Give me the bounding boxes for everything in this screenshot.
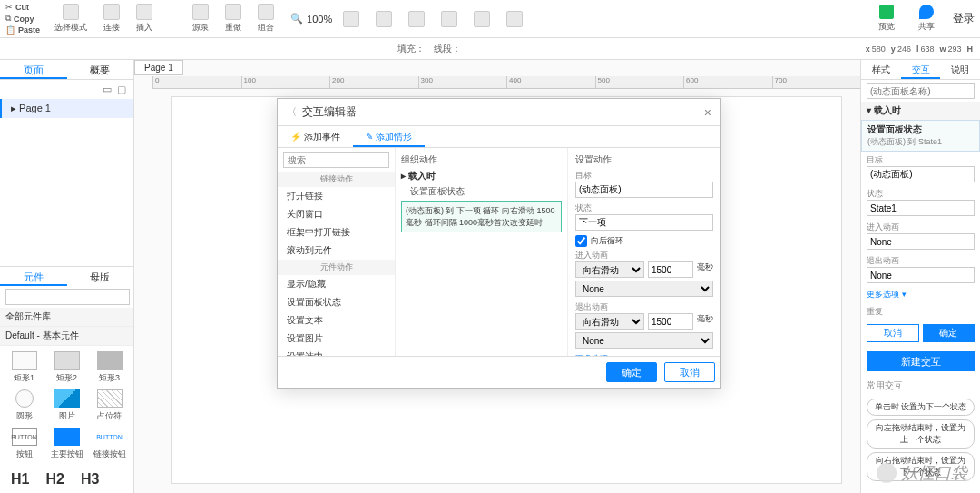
interaction-editor-modal: 〈 交互编辑器 × ⚡ 添加事件 ✎ 添加情形 链接动作 打开链接 关闭窗口 框… bbox=[277, 98, 721, 389]
modal-cancel-button[interactable]: 取消 bbox=[664, 362, 715, 382]
tab-interaction[interactable]: 交互 bbox=[901, 60, 941, 79]
tool-group[interactable]: 组合 bbox=[252, 4, 279, 34]
cfg-anim-in[interactable]: 向右滑动 bbox=[575, 261, 644, 278]
tool-select[interactable]: 选择模式 bbox=[49, 4, 93, 34]
copy-button[interactable]: ⧉ Copy bbox=[5, 14, 40, 24]
style-bar: 填充： 线段： x 580 y 246 l 638 w 293 H bbox=[0, 38, 980, 60]
widget-h2[interactable]: H2 bbox=[45, 471, 64, 488]
widget-rect1[interactable]: 矩形1 bbox=[5, 351, 43, 384]
add-page-icon[interactable]: ▭ bbox=[103, 84, 112, 95]
tab-style[interactable]: 样式 bbox=[861, 60, 901, 79]
cut-button[interactable]: ✂ Cut bbox=[5, 3, 40, 12]
action-summary[interactable]: (动态面板) 到 下一项 循环 向右滑动 1500毫秒 循环间隔 1000毫秒首… bbox=[401, 201, 562, 232]
ruler-horizontal: 0100200300400500600700 bbox=[152, 76, 860, 89]
widget-search[interactable] bbox=[5, 289, 130, 305]
widget-image[interactable]: 图片 bbox=[48, 389, 85, 422]
tool-e[interactable] bbox=[468, 11, 495, 27]
login-link[interactable]: 登录 bbox=[953, 11, 975, 26]
action-item[interactable]: 滚动到元件 bbox=[278, 242, 395, 260]
l-val[interactable]: 638 bbox=[920, 44, 934, 54]
cfg-anim-in2[interactable]: None bbox=[575, 281, 713, 297]
anim-out-input[interactable] bbox=[867, 267, 975, 283]
widget-primary-button[interactable]: 主要按钮 bbox=[48, 428, 85, 460]
library-sub[interactable]: Default - 基本元件 bbox=[0, 327, 133, 346]
new-interaction-button[interactable]: 新建交互 bbox=[867, 351, 975, 371]
share-button[interactable]: 共享 bbox=[913, 5, 940, 33]
modal-title: 交互编辑器 bbox=[302, 104, 704, 120]
preset-chip-2[interactable]: 向左拖动结束时，设置为上一个状态 bbox=[867, 419, 975, 449]
tool-c[interactable] bbox=[403, 11, 430, 27]
tool-insert[interactable]: 插入 bbox=[131, 4, 158, 34]
cfg-state[interactable] bbox=[575, 214, 713, 231]
modal-back-icon[interactable]: 〈 bbox=[287, 105, 297, 119]
event-header[interactable]: ▾ 载入时 bbox=[861, 102, 980, 120]
anim-in-input[interactable] bbox=[867, 233, 975, 250]
modal-tab-add-event[interactable]: ⚡ 添加事件 bbox=[278, 126, 353, 147]
fill-label: 填充： bbox=[397, 43, 425, 55]
tool-a[interactable] bbox=[338, 11, 365, 27]
cfg-anim-out2[interactable]: None bbox=[575, 332, 713, 349]
tab-masters[interactable]: 母版 bbox=[67, 267, 134, 286]
cfg-loop-chk[interactable] bbox=[575, 235, 587, 247]
cfg-anim-in-ms[interactable] bbox=[648, 261, 693, 278]
modal-close-icon[interactable]: × bbox=[704, 105, 711, 120]
tool-connect[interactable]: 连接 bbox=[98, 4, 125, 34]
panel-ok-button[interactable]: 确定 bbox=[923, 324, 975, 342]
watermark: 妖怪口袋 bbox=[877, 462, 967, 484]
target-input[interactable] bbox=[867, 166, 975, 182]
y-val[interactable]: 246 bbox=[897, 44, 911, 54]
right-panel: 样式 交互 说明 ▾ 载入时 设置面板状态(动态面板) 到 State1 目标 … bbox=[860, 60, 980, 493]
widget-button[interactable]: BUTTON按钮 bbox=[5, 428, 43, 460]
widget-rect2[interactable]: 矩形2 bbox=[48, 351, 85, 384]
widget-circle[interactable]: 圆形 bbox=[5, 389, 43, 422]
widget-rect3[interactable]: 矩形3 bbox=[91, 351, 128, 384]
preview-button[interactable]: 预览 bbox=[873, 5, 900, 33]
tab-pages[interactable]: 页面 bbox=[0, 60, 67, 79]
preset-chip-1[interactable]: 单击时 设置为下一个状态 bbox=[867, 399, 975, 416]
cfg-target[interactable] bbox=[575, 182, 713, 198]
canvas-tab[interactable]: Page 1 bbox=[134, 60, 183, 75]
add-folder-icon[interactable]: ▢ bbox=[117, 84, 126, 95]
action-node[interactable]: 设置面板状态 bbox=[401, 185, 562, 198]
tab-widgets[interactable]: 元件 bbox=[0, 267, 67, 286]
action-search[interactable] bbox=[283, 152, 389, 168]
zoom-control[interactable]: 🔍 100% bbox=[290, 13, 332, 25]
tool-undo[interactable]: 源泉 bbox=[187, 4, 214, 34]
tool-f[interactable] bbox=[501, 11, 528, 27]
action-item[interactable]: 关闭窗口 bbox=[278, 205, 395, 223]
widget-h3[interactable]: H3 bbox=[81, 471, 99, 488]
action-item[interactable]: 显示/隐藏 bbox=[278, 275, 395, 293]
library-name[interactable]: 全部元件库 bbox=[0, 308, 133, 327]
action-item[interactable]: 设置文本 bbox=[278, 311, 395, 330]
event-node[interactable]: ▸ 载入时 bbox=[401, 170, 562, 182]
modal-tab-add-case[interactable]: ✎ 添加情形 bbox=[353, 126, 425, 147]
more-options[interactable]: 更多选项 ▾ bbox=[861, 286, 980, 303]
action-item[interactable]: 设置图片 bbox=[278, 330, 395, 348]
cfg-anim-out-ms[interactable] bbox=[648, 313, 693, 330]
paste-button[interactable]: 📋 Paste bbox=[5, 25, 40, 35]
widget-h1[interactable]: H1 bbox=[11, 471, 29, 488]
action-item[interactable]: 打开链接 bbox=[278, 187, 395, 205]
page-item[interactable]: ▸ Page 1 bbox=[0, 99, 133, 118]
tool-redo[interactable]: 重做 bbox=[220, 4, 247, 34]
watermark-icon bbox=[877, 463, 897, 483]
w-val[interactable]: 293 bbox=[947, 44, 961, 54]
modal-ok-button[interactable]: 确定 bbox=[606, 362, 657, 382]
element-name-input[interactable] bbox=[867, 83, 975, 99]
state-input[interactable] bbox=[867, 200, 975, 216]
action-list: 链接动作 打开链接 关闭窗口 框架中打开链接 滚动到元件 元件动作 显示/隐藏 … bbox=[278, 148, 396, 356]
cfg-anim-out[interactable]: 向右滑动 bbox=[575, 313, 644, 330]
tool-b[interactable] bbox=[370, 11, 397, 27]
action-title: 设置面板状态 bbox=[867, 124, 922, 134]
tab-outline[interactable]: 概要 bbox=[67, 60, 134, 79]
tool-d[interactable] bbox=[436, 11, 463, 27]
action-item[interactable]: 设置选中 bbox=[278, 348, 395, 356]
widget-placeholder[interactable]: 占位符 bbox=[91, 389, 128, 422]
widget-link-button[interactable]: BUTTON链接按钮 bbox=[91, 428, 128, 460]
action-item[interactable]: 设置面板状态 bbox=[278, 293, 395, 311]
organize-actions: 组织动作 ▸ 载入时 设置面板状态 (动态面板) 到 下一项 循环 向右滑动 1… bbox=[396, 148, 568, 356]
action-item[interactable]: 框架中打开链接 bbox=[278, 223, 395, 242]
panel-cancel-button[interactable]: 取消 bbox=[867, 324, 919, 342]
tab-notes[interactable]: 说明 bbox=[940, 60, 980, 79]
x-val[interactable]: 580 bbox=[872, 44, 886, 54]
